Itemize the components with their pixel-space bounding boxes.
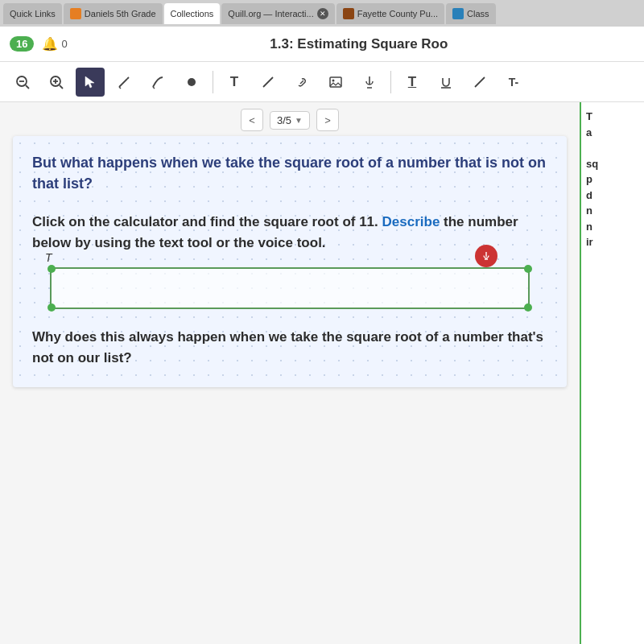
tab-label: Quick Links [10,9,56,19]
tab-class[interactable]: Class [446,3,496,24]
right-line-4: sq [586,156,639,172]
tab-fayette[interactable]: Fayette County Pu... [336,3,444,24]
top-bar: 16 🔔 0 1.3: Estimating Square Roo [0,27,644,62]
instruction-highlight: Describe [382,214,440,229]
tab-collections[interactable]: Collections [164,3,221,24]
tab-daniels[interactable]: Daniels 5th Grade [64,3,163,24]
svg-point-15 [332,79,335,81]
corner-handle-tr[interactable] [524,265,532,273]
svg-line-4 [60,85,63,89]
page-title: 1.3: Estimating Square Roo [84,36,634,52]
slide-area: < 3/5 ▼ > But what happens when we take … [0,102,580,644]
tab-bar: Quick Links Daniels 5th Grade Collection… [0,0,644,27]
right-line-9: ir [586,234,639,250]
svg-line-1 [26,85,29,89]
right-line-8: n [586,219,639,235]
text-cursor-label: T [45,251,52,264]
pen-tool-button[interactable] [143,68,172,97]
zoom-out-button[interactable] [8,68,37,97]
t-dash-tool-button[interactable]: T- [499,68,528,97]
main-content: < 3/5 ▼ > But what happens when we take … [0,102,644,644]
instruction-part1: Click on the calculator and find the squ… [32,214,382,229]
current-page: 3/5 [277,114,291,126]
text-input-area[interactable]: T [32,267,547,309]
underline-tool-button[interactable] [431,68,460,97]
bell-count: 0 [61,38,67,50]
svg-line-10 [119,87,121,89]
tab-icon-blue [452,8,464,19]
text2-tool-button[interactable]: T [398,68,427,97]
svg-line-13 [263,77,273,87]
slide-instruction: Click on the calculator and find the squ… [32,212,547,253]
text-input-box[interactable] [50,267,530,309]
text-tool-button[interactable]: T [220,68,249,97]
tab-icon-fayette [343,8,354,19]
prev-icon: < [249,114,255,126]
page-dropdown-icon: ▼ [295,116,303,125]
toolbar-separator-1 [213,71,213,93]
slide-content: But what happens when we take the square… [13,136,567,387]
text-tool-icon: T [230,74,238,90]
slide-question: But what happens when we take the square… [32,152,547,194]
toolbar-separator-2 [390,71,391,93]
svg-line-8 [119,79,127,87]
cursor-tool-button[interactable] [76,68,105,97]
tab-icon-orange [70,8,81,19]
next-icon: > [324,114,331,126]
toolbar: T T T- [0,62,644,102]
badge-count: 16 [10,36,34,52]
tab-label: Quill.org — Interacti... [228,9,313,19]
slide-followup: Why does this always happen when we take… [32,327,547,368]
voice-record-button[interactable] [475,245,497,267]
tab-quill[interactable]: Quill.org — Interacti... ✕ [221,3,334,24]
corner-handle-tl[interactable] [47,265,56,273]
text2-icon: T [408,74,416,90]
voice-tool-button[interactable] [355,68,384,97]
t-dash-icon: T- [509,76,518,89]
tab-quick-links[interactable]: Quick Links [3,3,62,24]
tab-label: Fayette County Pu... [357,9,438,19]
image-tool-button[interactable] [321,68,350,97]
corner-handle-bl[interactable] [47,303,56,312]
right-line-1: T [586,109,639,125]
bell-icon: 🔔 [42,36,58,52]
line-tool-button[interactable] [254,68,283,97]
tab-label: Class [467,9,489,19]
pencil-tool-button[interactable] [109,68,138,97]
right-line-2: a [586,125,639,141]
tab-label: Daniels 5th Grade [85,9,156,19]
slash-tool-button[interactable] [465,68,494,97]
right-line-5: p [586,171,639,188]
slide-navigation: < 3/5 ▼ > [0,102,580,136]
right-line-3 [586,140,639,156]
tab-label: Collections [171,9,214,19]
zoom-in-button[interactable] [42,68,71,97]
right-line-7: n [586,203,639,219]
corner-handle-br[interactable] [524,303,532,312]
tab-close-icon[interactable]: ✕ [317,8,328,19]
svg-line-17 [475,77,485,87]
page-indicator[interactable]: 3/5 ▼ [270,111,310,130]
right-line-6: d [586,188,639,204]
svg-point-12 [188,78,196,86]
svg-marker-7 [85,76,94,88]
bell-area: 🔔 0 [42,36,67,52]
next-slide-button[interactable]: > [316,109,339,131]
prev-slide-button[interactable]: < [241,109,263,131]
link-tool-button[interactable] [287,68,316,97]
svg-line-11 [153,87,155,89]
marker-tool-button[interactable] [177,68,206,97]
right-panel-text: T a sq p d n n ir [586,109,639,250]
right-panel: T a sq p d n n ir [580,102,644,644]
svg-line-9 [127,77,129,79]
